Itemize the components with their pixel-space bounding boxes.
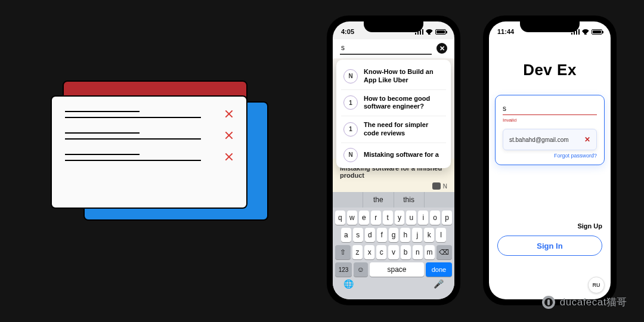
key-v[interactable]: v xyxy=(388,245,398,259)
search-header: ✕ xyxy=(333,39,454,58)
ios-keyboard: the this qwertyuiop asdfghjkl ⇧zxcvbnm⌫ … xyxy=(333,192,454,299)
email-field[interactable] xyxy=(503,103,597,115)
item-title: Mistaking software for a xyxy=(364,151,439,159)
phone-devex-signin: 11:44 Dev Ex Invalid st.bahahd@gmail.com… xyxy=(483,16,617,305)
email-suggestion[interactable]: st.bahahd@gmail.com ✕ xyxy=(503,129,597,150)
key-123[interactable]: 123 xyxy=(335,262,352,277)
key-g[interactable]: g xyxy=(389,228,399,242)
item-title: How to become good software engineer? xyxy=(364,95,444,112)
results-area: N 1 1 1 N Know-How to Build an App Like … xyxy=(333,58,454,192)
comment-icon xyxy=(432,182,441,190)
globe-icon[interactable]: 🌐 xyxy=(343,279,354,289)
status-time: 11:44 xyxy=(497,28,514,35)
watermark-text: ducafecat猫哥 xyxy=(560,295,627,309)
close-icon[interactable] xyxy=(225,110,233,118)
field-error: Invalid xyxy=(503,117,597,123)
notch xyxy=(520,21,580,32)
watermark: ducafecat猫哥 xyxy=(542,295,627,309)
item-badge: 1 xyxy=(343,95,358,110)
wifi-icon xyxy=(426,29,433,35)
item-badge: N xyxy=(343,148,358,162)
keyboard-suggestions: the this xyxy=(333,192,454,208)
key-b[interactable]: b xyxy=(401,245,411,259)
key-j[interactable]: j xyxy=(412,228,422,242)
key-s[interactable]: s xyxy=(353,228,363,242)
hint-row xyxy=(65,131,233,140)
login-card: Invalid st.bahahd@gmail.com ✕ Forgot pas… xyxy=(495,95,605,165)
kb-suggestion[interactable] xyxy=(333,192,363,208)
dropdown-item[interactable]: 1 The need for simpler code reviews xyxy=(341,116,446,143)
key-f[interactable]: f xyxy=(377,228,387,242)
key-z[interactable]: z xyxy=(352,245,363,259)
suggestion-text: st.bahahd@gmail.com xyxy=(509,137,569,143)
key-u[interactable]: u xyxy=(406,210,416,225)
close-icon[interactable] xyxy=(225,153,233,161)
key-i[interactable]: i xyxy=(418,210,428,225)
notch xyxy=(364,21,423,32)
key-h[interactable]: h xyxy=(400,228,410,242)
overlay-card xyxy=(51,95,247,209)
app-title: Dev Ex xyxy=(489,61,611,79)
key-shift[interactable]: ⇧ xyxy=(335,245,351,259)
sign-up-link[interactable]: Sign Up xyxy=(489,222,602,230)
close-icon[interactable] xyxy=(225,131,233,140)
key-done[interactable]: done xyxy=(426,262,452,277)
key-backspace[interactable]: ⌫ xyxy=(436,245,452,259)
key-a[interactable]: a xyxy=(341,228,351,242)
key-t[interactable]: t xyxy=(383,210,393,225)
status-time: 4:05 xyxy=(341,28,354,35)
key-p[interactable]: p xyxy=(442,210,452,225)
key-m[interactable]: m xyxy=(425,245,435,259)
kb-suggestion[interactable]: the xyxy=(363,192,394,208)
key-k[interactable]: k xyxy=(424,228,434,242)
key-l[interactable]: l xyxy=(436,228,446,242)
sign-in-button[interactable]: Sign In xyxy=(497,236,602,256)
overlay-hints-illustration xyxy=(51,80,271,224)
search-dropdown: N Know-How to Build an App Like Uber 1 H… xyxy=(336,60,451,168)
item-badge: 1 xyxy=(343,122,358,137)
key-c[interactable]: c xyxy=(376,245,386,259)
language-toggle[interactable]: RU xyxy=(588,277,605,293)
dropdown-item[interactable]: N Mistaking software for a xyxy=(341,143,446,167)
hint-row xyxy=(65,153,233,161)
phone-search-dropdown: 4:05 ✕ N 1 1 1 N Know-How to Build an Ap… xyxy=(327,16,460,305)
key-e[interactable]: e xyxy=(359,210,369,225)
dropdown-item[interactable]: 1 How to become good software engineer? xyxy=(341,90,446,117)
kb-suggestion[interactable]: this xyxy=(394,192,425,208)
key-q[interactable]: q xyxy=(335,210,345,225)
battery-icon xyxy=(435,29,446,35)
search-input[interactable] xyxy=(340,42,432,55)
watermark-logo-icon xyxy=(542,296,555,309)
clear-search-button[interactable]: ✕ xyxy=(436,43,447,54)
forgot-password-link[interactable]: Forgot password? xyxy=(503,153,597,159)
dismiss-suggestion-icon[interactable]: ✕ xyxy=(584,135,590,144)
item-title: Know-How to Build an App Like Uber xyxy=(364,68,444,85)
key-n[interactable]: n xyxy=(413,245,423,259)
key-space[interactable]: space xyxy=(370,262,424,277)
kb-suggestion[interactable] xyxy=(425,192,454,208)
key-d[interactable]: d xyxy=(365,228,375,242)
item-badge: N xyxy=(343,69,358,83)
key-w[interactable]: w xyxy=(347,210,357,225)
battery-icon xyxy=(592,29,602,35)
item-title: The need for simpler code reviews xyxy=(364,121,444,138)
key-emoji[interactable]: ☺ xyxy=(354,262,368,277)
wifi-icon xyxy=(582,29,589,35)
hint-row xyxy=(65,110,233,118)
key-y[interactable]: y xyxy=(395,210,405,225)
key-r[interactable]: r xyxy=(371,210,381,225)
mic-icon[interactable]: 🎤 xyxy=(434,279,444,289)
dropdown-item[interactable]: N Know-How to Build an App Like Uber xyxy=(341,63,446,90)
key-o[interactable]: o xyxy=(430,210,440,225)
key-x[interactable]: x xyxy=(364,245,374,259)
